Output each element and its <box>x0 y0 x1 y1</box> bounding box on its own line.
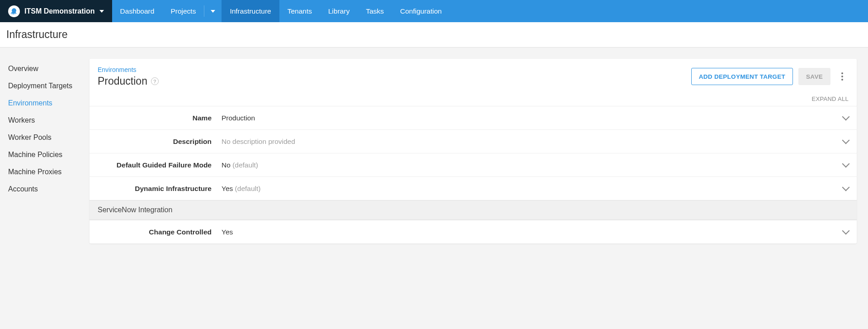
top-nav: ITSM Demonstration Dashboard Projects In… <box>0 0 868 22</box>
nav-tenants[interactable]: Tenants <box>279 0 320 22</box>
row-name[interactable]: Name Production <box>90 106 857 129</box>
value-description: No description provided <box>222 138 838 146</box>
row-guided-failure[interactable]: Default Guided Failure Mode No (default) <box>90 153 857 176</box>
space-selector[interactable]: ITSM Demonstration <box>0 0 112 22</box>
expand-description[interactable] <box>838 138 849 146</box>
dot-icon <box>841 76 843 77</box>
octopus-logo-icon <box>8 5 20 17</box>
environment-card: Environments Production ? ADD DEPLOYMENT… <box>90 59 857 243</box>
dynamic-value-text: Yes <box>222 185 235 192</box>
help-icon[interactable]: ? <box>151 77 159 85</box>
nav-tasks[interactable]: Tasks <box>358 0 392 22</box>
space-name: ITSM Demonstration <box>24 7 95 15</box>
dot-icon <box>841 79 843 81</box>
nav-configuration[interactable]: Configuration <box>392 0 450 22</box>
add-deployment-target-button[interactable]: ADD DEPLOYMENT TARGET <box>691 68 793 85</box>
chevron-down-icon <box>99 10 104 13</box>
guided-suffix: (default) <box>232 161 258 169</box>
chevron-down-icon <box>842 113 850 120</box>
label-description: Description <box>98 138 222 146</box>
save-button: SAVE <box>798 68 830 85</box>
chevron-down-icon <box>842 160 850 167</box>
nav-projects[interactable]: Projects <box>162 0 204 22</box>
sidebar-item-worker-pools[interactable]: Worker Pools <box>6 129 90 146</box>
chevron-down-icon <box>842 183 850 191</box>
expand-name[interactable] <box>838 114 849 122</box>
dot-icon <box>841 72 843 74</box>
sidebar: Overview Deployment Targets Environments… <box>0 48 90 198</box>
nav-infrastructure[interactable]: Infrastructure <box>222 0 279 22</box>
sidebar-item-deployment-targets[interactable]: Deployment Targets <box>6 77 90 95</box>
overflow-menu-button[interactable] <box>836 69 849 84</box>
main-content: Environments Production ? ADD DEPLOYMENT… <box>90 48 868 257</box>
row-description[interactable]: Description No description provided <box>90 129 857 153</box>
sidebar-item-machine-policies[interactable]: Machine Policies <box>6 146 90 163</box>
expand-all-bar: EXPAND ALL <box>90 93 857 106</box>
sidebar-item-machine-proxies[interactable]: Machine Proxies <box>6 163 90 181</box>
label-dynamic-infrastructure: Dynamic Infrastructure <box>98 185 222 193</box>
value-change-controlled: Yes <box>222 228 838 236</box>
expand-dynamic-infrastructure[interactable] <box>838 185 849 193</box>
page-title: Infrastructure <box>6 29 862 41</box>
layout: Overview Deployment Targets Environments… <box>0 48 868 257</box>
nav-library[interactable]: Library <box>320 0 358 22</box>
environment-title: Production <box>98 75 147 87</box>
sidebar-item-accounts[interactable]: Accounts <box>6 181 90 198</box>
chevron-down-icon <box>842 136 850 144</box>
page-header: Infrastructure <box>0 22 868 48</box>
value-dynamic-infrastructure: Yes (default) <box>222 185 838 193</box>
section-servicenow: ServiceNow Integration <box>90 200 857 220</box>
value-guided-failure: No (default) <box>222 161 838 169</box>
expand-change-controlled[interactable] <box>838 228 849 236</box>
dynamic-suffix: (default) <box>235 185 261 192</box>
label-guided-failure: Default Guided Failure Mode <box>98 161 222 169</box>
value-name: Production <box>222 114 838 122</box>
chevron-down-icon <box>211 10 215 13</box>
nav-dashboard[interactable]: Dashboard <box>112 0 163 22</box>
projects-dropdown[interactable] <box>204 0 222 22</box>
row-change-controlled[interactable]: Change Controlled Yes <box>90 220 857 243</box>
sidebar-item-environments[interactable]: Environments <box>6 95 90 112</box>
title-block: Environments Production ? <box>98 66 159 87</box>
row-dynamic-infrastructure[interactable]: Dynamic Infrastructure Yes (default) <box>90 176 857 200</box>
label-name: Name <box>98 114 222 122</box>
sidebar-item-overview[interactable]: Overview <box>6 60 90 77</box>
breadcrumb[interactable]: Environments <box>98 66 159 73</box>
sidebar-item-workers[interactable]: Workers <box>6 112 90 129</box>
expand-all-link[interactable]: EXPAND ALL <box>811 95 849 102</box>
card-header: Environments Production ? ADD DEPLOYMENT… <box>90 59 857 93</box>
expand-guided-failure[interactable] <box>838 161 849 169</box>
card-actions: ADD DEPLOYMENT TARGET SAVE <box>691 66 849 85</box>
guided-value-text: No <box>222 161 232 169</box>
chevron-down-icon <box>842 227 850 234</box>
label-change-controlled: Change Controlled <box>98 228 222 236</box>
